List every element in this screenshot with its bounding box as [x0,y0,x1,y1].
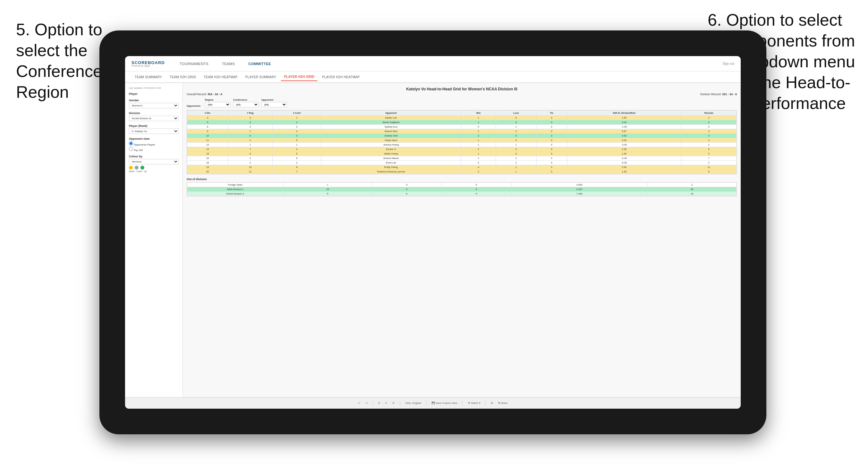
cell-opponent: Andrea York [321,134,461,138]
sidebar-gender-select[interactable]: Women's [129,103,179,108]
cell-conf: 5 [273,152,321,156]
cell-loss: 1 [496,165,536,169]
cell-rounds: 9 [681,147,737,152]
filter-row: Opponents: Region (All) Conference (All) [187,98,737,107]
conference-filter-select[interactable]: (All) [233,102,259,107]
cell-rounds: 6 [681,169,737,174]
sidebar-player-label: Player [129,92,179,95]
cell-opponent: Jessica Mason [321,156,461,161]
toolbar-watch[interactable]: 👁 Watch ▾ [468,402,480,405]
nav-tournaments[interactable]: TOURNAMENTS [178,61,210,67]
toolbar-undo[interactable]: ↩ [358,402,361,405]
toolbar-layout[interactable]: ⧉ [491,402,493,405]
sign-out-button[interactable]: Sign out [722,62,734,65]
sub-nav-team-h2h-heatmap[interactable]: TEAM H2H HEATMAP [200,73,241,81]
opponents-label: Opponents: [187,104,201,107]
sub-nav-player-summary[interactable]: PLAYER SUMMARY [242,73,280,81]
out-division-row: NAIA Division 1 15 0 0 9.267 30 [187,187,737,192]
toolbar-copy[interactable]: ⎘ [378,402,380,405]
toolbar-paste[interactable]: ↵ [385,402,388,405]
cell-diff: 0.38 [567,147,681,152]
right-panel: Katelyn Vo Head-to-Head Grid for Women's… [183,83,741,397]
cell-reg: 2 [228,161,273,165]
cell-tie: 0 [536,169,567,174]
sub-nav-team-h2h-grid[interactable]: TEAM H2H GRID [166,73,199,81]
cell-reg: 6 [228,134,273,138]
cell-tie: 0 [536,143,567,147]
cell-out-diff: 7.400 [511,192,648,196]
cell-div: 18 [187,161,228,165]
radio-opponents-played[interactable] [129,142,133,146]
cell-reg: 3 [228,125,273,129]
color-label-down: Down [129,170,135,173]
cell-reg: 10 [228,165,273,169]
sidebar-radio-top100[interactable]: Top 100 [129,147,179,152]
th-diff: Diff Av Strokes/Rnd [567,111,681,116]
region-filter-select[interactable]: (All) [205,102,230,107]
opponent-filter-group: Opponent (All) [261,98,287,107]
main-data-table: # Div # Reg # Conf Opponent Win Loss Tie… [187,110,737,174]
cell-rounds: 3 [681,138,737,143]
cell-win: 4 [461,165,496,169]
cell-diff: -5.00 [567,161,681,165]
cell-loss: 0 [496,129,536,134]
cell-opponent: Heejo Hyun [321,138,461,143]
nav-committee[interactable]: COMMITTEE [247,61,273,67]
sidebar-colour-select[interactable]: Win/loss [129,159,179,164]
cell-diff: 1.33 [567,169,681,174]
color-label-level: Level [136,170,142,173]
cell-out-loss: 0 [372,192,441,196]
sidebar-colour-label: Colour by [129,155,179,158]
radio-top100[interactable] [129,147,133,151]
toolbar-share[interactable]: ⇅ Share [498,402,508,405]
toolbar-divider-5 [486,401,486,406]
cell-out-win: 5 [283,192,372,196]
toolbar-view-original[interactable]: View: Original [405,402,421,405]
toolbar-refresh[interactable]: ⟳ [393,402,395,405]
table-row: 13 1 1 Jessica Huang 1 1 0 -3.00 2 [187,143,737,147]
color-labels: Down Level Up [129,170,179,173]
cell-win: 0 [461,125,496,129]
toolbar-save-custom-view[interactable]: 💾 Save Custom View [432,402,457,405]
cell-win: 1 [461,138,496,143]
sub-nav-player-h2h-heatmap[interactable]: PLAYER H2H HEATMAP [319,73,363,81]
cell-win: 1 [461,116,496,120]
toolbar-redo[interactable]: ↪ [366,402,368,405]
sidebar-division-select[interactable]: NCAA Division III [129,116,179,121]
cell-tie: 0 [536,138,567,143]
panel-records: Overall Record: 353 - 34 - 6 Division Re… [187,93,737,96]
cell-reg: 8 [228,152,273,156]
cell-loss: 1 [496,169,536,174]
sidebar-radio-played[interactable]: Opponents Played [129,142,179,146]
cell-conf: 6 [273,156,321,161]
color-dots [129,166,179,169]
cell-opponent: Emily Chang [321,165,461,169]
out-division-section: Out of division Foreign Team 1 0 0 4.500… [187,178,737,196]
sidebar-opponent-view-label: Opponent view [129,137,179,141]
cell-opponent: Sharon Mun [321,129,461,134]
cell-rounds: 3 [681,120,737,125]
cell-tie: 0 [536,147,567,152]
cell-win: 1 [461,143,496,147]
cell-out-loss: 0 [372,183,441,187]
cell-reg: 1 [228,129,273,134]
sub-nav-player-h2h-grid[interactable]: PLAYER H2H GRID [281,73,318,81]
cell-reg: 7 [228,147,273,152]
cell-out-tie: 0 [441,187,511,192]
sub-nav-team-summary[interactable]: TEAM SUMMARY [131,73,165,81]
cell-div: 19 [187,165,228,169]
nav-teams[interactable]: TEAMS [220,61,237,67]
cell-win: 2 [461,147,496,152]
cell-loss: 0 [496,120,536,125]
sidebar-player-rank-select[interactable]: 6. Katelyn Vo [129,128,179,134]
opponent-filter-select[interactable]: (All) [261,102,287,107]
th-opponent: Opponent [321,111,461,116]
cell-loss: 2 [496,161,536,165]
cell-out-tie: 0 [441,192,511,196]
cell-div: 20 [187,169,228,174]
cell-diff: 3.67 [567,129,681,134]
table-row: 10 6 3 Andrea York 2 0 0 4.00 4 [187,134,737,138]
table-row: 5 2 2 Alexis Sudjianto 1 0 0 4.00 3 [187,120,737,125]
cell-loss: 0 [496,152,536,156]
cell-conf: 5 [273,138,321,143]
